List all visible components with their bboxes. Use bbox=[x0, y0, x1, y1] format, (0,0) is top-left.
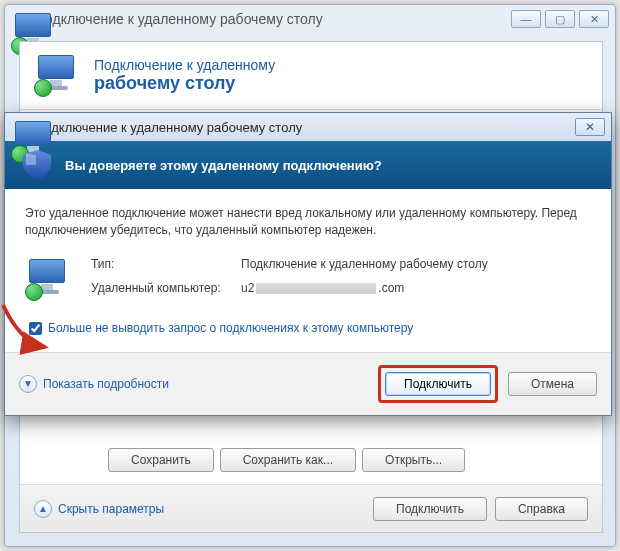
host-value: u2.com bbox=[241, 281, 488, 295]
main-title: Подключение к удаленному рабочему столу bbox=[35, 11, 323, 27]
chevron-up-icon[interactable]: ▲ bbox=[34, 500, 52, 518]
save-as-button[interactable]: Сохранить как... bbox=[220, 448, 356, 472]
main-titlebar[interactable]: Подключение к удаленному рабочему столу … bbox=[5, 5, 615, 33]
rdp-icon bbox=[11, 11, 27, 27]
maximize-button[interactable]: ▢ bbox=[545, 10, 575, 28]
chevron-down-icon: ▼ bbox=[19, 375, 37, 393]
red-arrow-annotation bbox=[0, 301, 59, 341]
dialog-close-button[interactable]: ✕ bbox=[575, 118, 605, 136]
footer-connect-button[interactable]: Подключить bbox=[373, 497, 487, 521]
shield-icon bbox=[23, 150, 51, 180]
dialog-titlebar[interactable]: Подключение к удаленному рабочему столу … bbox=[5, 113, 611, 141]
open-button[interactable]: Открыть... bbox=[362, 448, 465, 472]
help-button[interactable]: Справка bbox=[495, 497, 588, 521]
dialog-title: Подключение к удаленному рабочему столу bbox=[35, 120, 302, 135]
rdp-icon bbox=[34, 53, 80, 99]
header-line1: Подключение к удаленному bbox=[94, 57, 275, 73]
dialog-question-band: Вы доверяете этому удаленному подключени… bbox=[5, 141, 611, 189]
header-line2: рабочему столу bbox=[94, 73, 275, 94]
cancel-button[interactable]: Отмена bbox=[508, 372, 597, 396]
dialog-description: Это удаленное подключение может нанести … bbox=[25, 205, 591, 239]
main-footer: ▲ Скрыть параметры Подключить Справка bbox=[20, 484, 602, 532]
type-value: Подключение к удаленному рабочему столу bbox=[241, 257, 488, 271]
connect-button[interactable]: Подключить bbox=[385, 372, 491, 396]
save-button[interactable]: Сохранить bbox=[108, 448, 214, 472]
dont-ask-label: Больше не выводить запрос о подключениях… bbox=[48, 321, 413, 335]
rdp-icon bbox=[11, 119, 27, 135]
minimize-button[interactable]: — bbox=[511, 10, 541, 28]
save-button-row: Сохранить Сохранить как... Открыть... bbox=[108, 448, 465, 472]
show-details-link[interactable]: ▼ Показать подробности bbox=[19, 375, 169, 393]
info-block: Тип: Подключение к удаленному рабочему с… bbox=[25, 257, 591, 295]
dialog-question: Вы доверяете этому удаленному подключени… bbox=[65, 158, 382, 173]
main-header: Подключение к удаленному рабочему столу bbox=[20, 42, 602, 110]
redacted-host bbox=[256, 283, 376, 294]
type-label: Тип: bbox=[91, 257, 241, 271]
dialog-footer: ▼ Показать подробности Подключить Отмена bbox=[5, 352, 611, 415]
connect-highlight: Подключить bbox=[378, 365, 498, 403]
dialog-body: Это удаленное подключение может нанести … bbox=[5, 189, 611, 352]
close-button[interactable]: ✕ bbox=[579, 10, 609, 28]
rdp-icon bbox=[25, 257, 71, 295]
host-label: Удаленный компьютер: bbox=[91, 281, 241, 295]
trust-dialog: Подключение к удаленному рабочему столу … bbox=[4, 112, 612, 416]
hide-options-link[interactable]: Скрыть параметры bbox=[58, 502, 164, 516]
dont-ask-checkbox-row[interactable]: Больше не выводить запрос о подключениях… bbox=[25, 319, 591, 338]
